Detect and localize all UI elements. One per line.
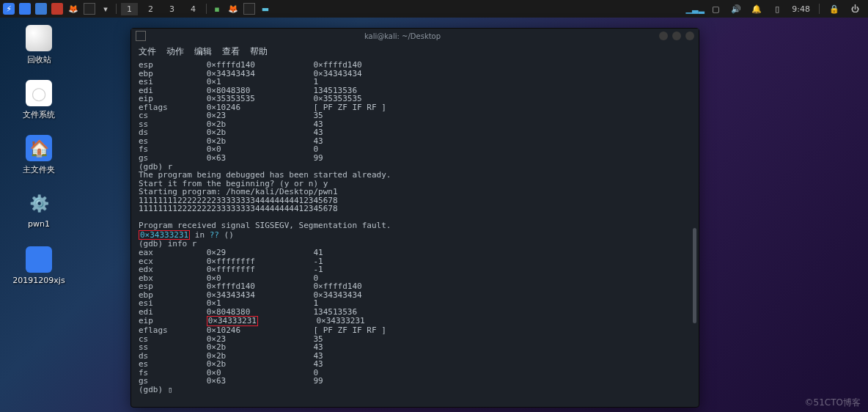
notifications-icon[interactable]: 🔔 [751, 3, 762, 15]
workspace-1[interactable]: 1 [121, 3, 138, 15]
menu-edit[interactable]: 编辑 [194, 45, 212, 58]
desktop-icon-pwn1[interactable]: ⚙️ pwn1 [13, 190, 65, 229]
workspace-3[interactable]: 3 [163, 3, 180, 15]
tray-icon-1[interactable]: ▪ [211, 3, 223, 15]
app-icon[interactable] [19, 3, 31, 15]
tray-icon-3[interactable]: ▬ [260, 3, 271, 15]
desktop-icon-filesystem[interactable]: ◯ 文件系统 [13, 80, 65, 120]
tray-terminal-icon[interactable] [243, 3, 255, 15]
app-icon-2[interactable] [51, 3, 63, 15]
watermark: ©51CTO博客 [805, 397, 861, 409]
icon-label: 回收站 [27, 54, 51, 65]
terminal-window: kali@kali: ~/Desktop 文件 动作 编辑 查看 帮助 esp … [130, 28, 699, 408]
icon-label: pwn1 [28, 219, 50, 229]
desktop-icon-home[interactable]: 🏠 主文件夹 [13, 135, 65, 175]
volume-icon[interactable]: 🔊 [730, 3, 742, 15]
power-icon[interactable]: ⏻ [849, 3, 861, 15]
menu-action[interactable]: 动作 [166, 45, 184, 58]
menu-help[interactable]: 帮助 [250, 45, 268, 58]
maximize-button[interactable] [672, 32, 681, 40]
desktop-icon-trash[interactable]: 回收站 [13, 25, 65, 65]
divider [206, 4, 207, 14]
dropdown-icon[interactable]: ▾ [100, 3, 111, 15]
close-button[interactable] [685, 32, 694, 40]
screen-icon[interactable]: ▢ [710, 3, 721, 15]
menu-view[interactable]: 查看 [222, 45, 240, 58]
clock[interactable]: 9:48 [792, 4, 810, 14]
network-graph-icon[interactable]: ▁▃▂ [689, 3, 701, 15]
workspace-4[interactable]: 4 [185, 3, 202, 15]
top-panel: ⚡ 🦊 ▾ 1 2 3 4 ▪ 🦊 ▬ ▁▃▂ ▢ 🔊 🔔 ▯ 9:48 🔒 ⏻ [0, 0, 868, 18]
icon-label: 文件系统 [23, 109, 55, 120]
battery-icon[interactable]: ▯ [771, 3, 783, 15]
files-icon[interactable] [35, 3, 47, 15]
workspace-2[interactable]: 2 [142, 3, 159, 15]
terminal-menubar: 文件 动作 编辑 查看 帮助 [131, 43, 699, 59]
terminal-titlebar[interactable]: kali@kali: ~/Desktop [131, 29, 699, 43]
icon-label: 主文件夹 [23, 164, 55, 175]
menu-file[interactable]: 文件 [139, 45, 156, 58]
terminal-icon[interactable] [84, 3, 95, 15]
terminal-app-icon [136, 31, 146, 41]
divider [116, 4, 117, 14]
gear-icon: ⚙️ [26, 190, 52, 216]
folder-icon [26, 246, 52, 273]
firefox-icon[interactable]: 🦊 [67, 3, 79, 15]
kali-menu-icon[interactable]: ⚡ [3, 3, 15, 15]
home-icon: 🏠 [26, 135, 52, 161]
minimize-button[interactable] [659, 32, 668, 40]
scrollbar-thumb[interactable] [693, 228, 696, 323]
terminal-title: kali@kali: ~/Desktop [150, 32, 655, 40]
desktop-icons: 回收站 ◯ 文件系统 🏠 主文件夹 ⚙️ pwn1 20191209xjs [13, 25, 65, 285]
terminal-body[interactable]: esp 0×ffffd140 0×ffffd140 ebp 0×34343434… [131, 59, 699, 407]
lock-icon[interactable]: 🔒 [828, 3, 840, 15]
desktop-icon-folder[interactable]: 20191209xjs [13, 243, 65, 285]
icon-label: 20191209xjs [12, 276, 65, 285]
trash-icon [26, 25, 52, 51]
divider [819, 4, 820, 14]
tray-icon-2[interactable]: 🦊 [227, 3, 239, 15]
filesystem-icon: ◯ [26, 80, 52, 106]
